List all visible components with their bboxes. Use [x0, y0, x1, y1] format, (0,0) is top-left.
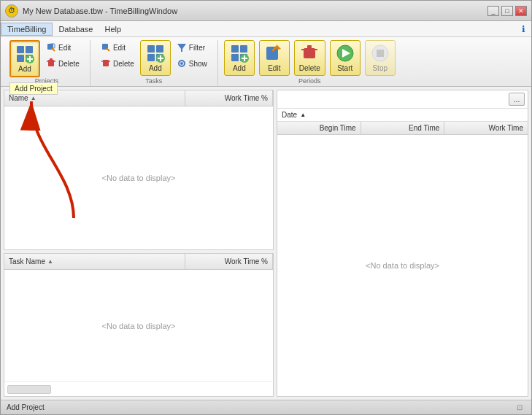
svg-rect-34: [266, 47, 278, 60]
projects-table-body: <No data to display>: [4, 106, 273, 249]
window-title: My New Database.tbw - TimeBillingWindow: [23, 7, 177, 15]
menu-bar: TimeBilling Database Help ℹ: [1, 21, 531, 37]
tasks-name-col-header: Task Name ▲: [4, 254, 185, 269]
title-controls: _ □ ✕: [487, 6, 527, 16]
maximize-button[interactable]: □: [501, 6, 513, 16]
svg-rect-39: [307, 45, 312, 49]
menu-help[interactable]: Help: [99, 23, 127, 35]
menu-database[interactable]: Database: [53, 23, 99, 35]
tasks-sort-arrow: ▲: [47, 258, 53, 265]
tasks-table-header: Task Name ▲ Work Time %: [4, 254, 273, 270]
main-window: ⏱ My New Database.tbw - TimeBillingWindo…: [0, 0, 532, 415]
tasks-filter-button[interactable]: Filter: [172, 40, 212, 55]
periods-start-button[interactable]: Start: [330, 40, 361, 76]
svg-point-26: [180, 62, 183, 65]
projects-sort-arrow: ▲: [31, 95, 36, 101]
edit-icon: [46, 42, 56, 53]
projects-add-button[interactable]: Add: [9, 40, 40, 77]
app-icon: ⏱: [5, 4, 18, 18]
svg-rect-19: [147, 54, 155, 61]
periods-more-button[interactable]: ...: [509, 93, 525, 106]
svg-marker-24: [177, 44, 186, 52]
projects-no-data: <No data to display>: [102, 174, 176, 182]
ribbon-periods-group: Add Edit Delete: [218, 40, 401, 86]
tasks-add-icon: [146, 44, 165, 63]
menu-timebilling[interactable]: TimeBilling: [1, 23, 53, 36]
ribbon-tasks-group: Edit Delete: [90, 40, 218, 86]
periods-edit-icon: [265, 44, 284, 63]
status-text: Add Project: [7, 403, 45, 411]
periods-table-header: Begin Time End Time Work Time: [277, 122, 528, 135]
add-project-icon: [15, 44, 34, 63]
svg-line-14: [107, 48, 109, 51]
svg-rect-29: [231, 54, 239, 61]
projects-add-label: Add: [18, 65, 31, 73]
svg-rect-12: [50, 58, 53, 61]
date-sort-arrow: ▲: [300, 112, 306, 118]
show-icon: [177, 58, 187, 69]
periods-add-button[interactable]: Add: [224, 40, 255, 76]
status-bar: Add Project ⊡: [1, 400, 531, 414]
tasks-delete-button[interactable]: Delete: [96, 56, 139, 71]
svg-rect-0: [17, 46, 24, 53]
tasks-table-body: <No data to display>: [4, 270, 273, 381]
projects-section: Name ▲ Work Time % <No data to display>: [4, 90, 274, 250]
tasks-add-button[interactable]: Add: [140, 40, 171, 76]
periods-table-body: <No data to display>: [277, 135, 528, 396]
svg-rect-1: [26, 46, 33, 53]
periods-date-header: Date ▲: [277, 109, 528, 122]
info-icon[interactable]: ℹ: [516, 23, 531, 36]
content-area: Name ▲ Work Time % <No data to display> …: [1, 87, 531, 400]
svg-rect-18: [156, 45, 163, 53]
filter-icon: [177, 42, 187, 53]
svg-rect-17: [147, 45, 155, 53]
svg-rect-43: [377, 50, 384, 57]
tasks-worktime-col-header: Work Time %: [185, 254, 273, 269]
delete-icon: [46, 58, 56, 69]
periods-begin-col: Begin Time: [277, 122, 361, 134]
periods-stop-button[interactable]: Stop: [365, 40, 396, 76]
tasks-scrollbar[interactable]: [7, 385, 51, 394]
left-panel: Name ▲ Work Time % <No data to display> …: [4, 90, 274, 397]
resize-grip[interactable]: ⊡: [517, 403, 525, 412]
close-button[interactable]: ✕: [515, 6, 527, 16]
tasks-edit-icon: [101, 42, 111, 53]
tasks-delete-icon: [101, 58, 111, 69]
tasks-group-label: Tasks: [145, 77, 162, 85]
periods-toolbar: ...: [277, 90, 528, 109]
title-bar: ⏱ My New Database.tbw - TimeBillingWindo…: [1, 1, 531, 21]
periods-worktime-col: Work Time: [444, 122, 528, 134]
add-project-tooltip: Add Project: [9, 82, 58, 95]
periods-delete-icon: [300, 44, 319, 63]
tasks-edit-button[interactable]: Edit: [96, 40, 139, 55]
stop-icon: [371, 44, 390, 63]
periods-no-data: <No data to display>: [366, 261, 439, 270]
start-icon: [336, 44, 355, 63]
svg-line-9: [52, 48, 55, 51]
periods-add-icon: [230, 44, 249, 63]
periods-edit-button[interactable]: Edit: [259, 40, 290, 76]
periods-delete-button[interactable]: Delete: [294, 40, 325, 76]
periods-panel: ... Date ▲ Begin Time End Time Work Time…: [277, 90, 528, 397]
svg-rect-28: [240, 45, 247, 53]
tasks-show-button[interactable]: Show: [172, 56, 212, 71]
ribbon-projects-group: Add Add Project Edit: [4, 40, 90, 86]
minimize-button[interactable]: _: [487, 6, 499, 16]
periods-end-col: End Time: [361, 122, 445, 134]
tasks-no-data: <No data to display>: [102, 322, 176, 330]
svg-rect-2: [17, 55, 24, 62]
projects-edit-button[interactable]: Edit: [42, 40, 84, 55]
tasks-section: Task Name ▲ Work Time % <No data to disp…: [4, 253, 274, 397]
projects-delete-button[interactable]: Delete: [42, 56, 84, 71]
ribbon: Add Add Project Edit: [1, 37, 531, 87]
projects-worktime-col-header: Work Time %: [185, 90, 273, 106]
svg-rect-27: [231, 45, 239, 53]
periods-group-label: Periods: [298, 77, 321, 85]
